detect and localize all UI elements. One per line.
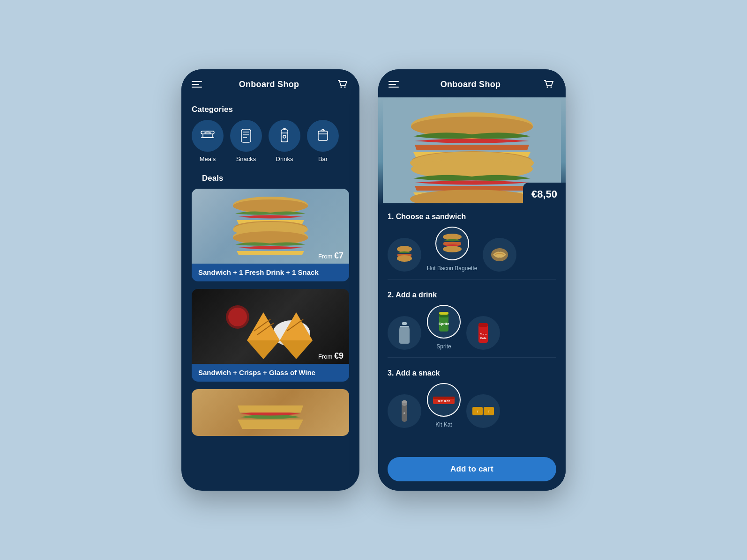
product-hero-image: €8,50 [378,97,566,205]
svg-point-0 [341,87,342,88]
twix-circle: T T [466,394,500,428]
hot-bacon-label: Hot Bacon Baguette [427,265,477,272]
svg-point-36 [443,246,462,252]
product-price: €8,50 [523,183,566,205]
right-scroll-content: 1. Choose a sandwich [378,205,566,491]
kitkat-circle: Kit Kat [427,383,461,417]
svg-rect-39 [400,326,409,327]
sandwich-options-row: Hot Bacon Baguette [378,227,566,277]
sprite-can-img: Sprite [435,310,452,333]
svg-point-1 [344,87,346,88]
snacks-circle [230,120,262,152]
kitkat-img: Kit Kat [432,393,456,407]
right-cart-icon[interactable] [542,78,555,91]
deal-card-3[interactable] [192,389,349,436]
svg-text:Coca: Coca [480,333,487,336]
sandwich-plain-circle [388,238,421,272]
category-meals[interactable]: Meals [192,120,224,162]
svg-point-16 [228,308,247,326]
snacks-label: Snacks [236,155,256,162]
svg-point-31 [397,246,412,252]
drink-option-water[interactable] [388,316,421,350]
left-scroll-content: Categories Meals [181,97,359,491]
sandwich-image-1 [224,196,317,257]
deal-2-name: Sandwich + Crisps + Glass of Wine [198,368,315,376]
svg-rect-42 [439,312,448,315]
svg-point-6 [283,135,286,138]
pringles-img: P [397,399,411,423]
svg-point-14 [233,231,308,244]
deal-1-name: Sandwich + 1 Fresh Drink + 1 Snack [198,268,319,276]
right-header: Onboard Shop [378,69,566,97]
hot-bacon-circle [435,227,469,260]
meals-circle [192,120,224,152]
svg-text:Cola: Cola [480,337,486,339]
snack-option-kitkat[interactable]: Kit Kat Kit Kat [427,383,461,428]
deals-title: Deals [192,166,349,189]
wrap-circle [483,238,516,272]
deal-3-image [233,391,308,434]
add-snack-heading: 3. Add a snack [378,361,566,383]
cola-can-img: Coca Cola [475,321,492,345]
left-header: Onboard Shop [181,69,359,97]
snack-option-twix[interactable]: T T [466,394,500,428]
sandwich-option-wrap[interactable] [483,238,516,272]
left-app-title: Onboard Shop [239,80,299,89]
water-bottle-img [397,321,411,345]
bar-circle [307,120,339,152]
svg-point-22 [547,87,548,88]
divider-2 [388,357,556,358]
sprite-circle: Sprite [427,305,461,339]
category-drinks[interactable]: Drinks [269,120,300,162]
drinks-circle [269,120,300,152]
deals-section: Deals [181,166,359,436]
drink-option-cola[interactable]: Coca Cola [466,316,500,350]
drink-option-sprite[interactable]: Sprite Sprite [427,305,461,350]
snack-option-pringles[interactable]: P [388,394,421,428]
svg-rect-4 [241,129,251,142]
deal-card-1[interactable]: From €7 Sandwich + 1 Fresh Drink + 1 Sna… [192,189,349,281]
add-to-cart-button[interactable]: Add to cart [388,457,556,481]
right-app-title: Onboard Shop [441,80,501,89]
hot-bacon-img [441,233,463,254]
right-phone: Onboard Shop [378,69,566,491]
svg-text:T: T [477,410,478,413]
svg-text:Sprite: Sprite [439,322,449,326]
drinks-label: Drinks [276,155,293,162]
deal-card-2[interactable]: From €9 Sandwich + Crisps + Glass of Win… [192,289,349,382]
categories-title: Categories [181,97,359,120]
menu-icon[interactable] [192,81,202,88]
add-to-cart-bar: Add to cart [378,450,566,491]
right-menu-icon[interactable] [388,81,399,88]
svg-rect-38 [402,322,407,325]
svg-text:Kit Kat: Kit Kat [438,399,450,403]
sandwich-option-plain[interactable] [388,238,421,272]
svg-text:T: T [488,410,490,413]
snack-options-row: P Kit Kat Kit Kat [378,383,566,434]
twix-img: T T [471,404,495,418]
categories-row: Meals Snacks [181,120,359,166]
cart-icon[interactable] [336,78,349,91]
divider-1 [388,279,556,280]
choose-sandwich-heading: 1. Choose a sandwich [378,205,566,227]
drink-options-row: Sprite Sprite Coca Cola [378,305,566,355]
water-circle [388,316,421,350]
plain-sandwich-img [394,244,415,265]
add-drink-heading: 2. Add a drink [378,283,566,305]
pringles-circle: P [388,394,421,428]
meals-label: Meals [200,155,216,162]
sandwich-option-hot-bacon[interactable]: Hot Bacon Baguette [427,227,477,272]
cola-circle: Coca Cola [466,316,500,350]
svg-rect-50 [402,400,407,403]
sprite-label: Sprite [436,343,451,350]
kitkat-label: Kit Kat [435,421,452,428]
svg-rect-5 [281,130,288,142]
svg-rect-45 [478,323,488,327]
svg-point-8 [322,129,324,131]
category-snacks[interactable]: Snacks [230,120,262,162]
svg-point-10 [233,199,308,213]
toastie-image [219,294,322,359]
svg-point-33 [397,255,412,262]
svg-point-3 [205,132,210,134]
category-bar[interactable]: Bar [307,120,339,162]
